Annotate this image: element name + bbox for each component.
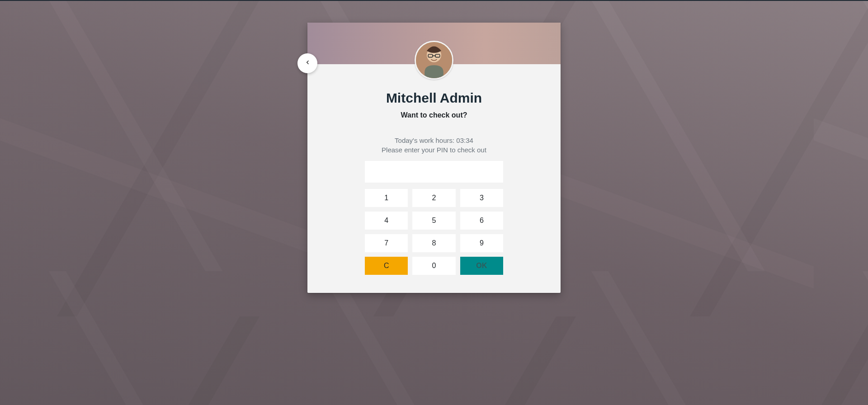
key-2[interactable]: 2 xyxy=(412,189,455,207)
key-9[interactable]: 9 xyxy=(460,234,503,252)
work-hours-line: Today's work hours: 03:34 xyxy=(307,136,561,145)
user-name: Mitchell Admin xyxy=(307,90,561,106)
top-bar xyxy=(0,0,868,1)
key-5[interactable]: 5 xyxy=(412,212,455,230)
key-1[interactable]: 1 xyxy=(365,189,408,207)
key-ok[interactable]: OK xyxy=(460,257,503,275)
kiosk-card-wrap: Mitchell Admin Want to check out? Today'… xyxy=(307,23,561,293)
key-3[interactable]: 3 xyxy=(460,189,503,207)
avatar xyxy=(415,41,453,80)
key-6[interactable]: 6 xyxy=(460,212,503,230)
kiosk-card: Mitchell Admin Want to check out? Today'… xyxy=(307,23,561,293)
key-8[interactable]: 8 xyxy=(412,234,455,252)
key-0[interactable]: 0 xyxy=(412,257,455,275)
avatar-image xyxy=(416,42,452,78)
pin-instruction-line: Please enter your PIN to check out xyxy=(307,145,561,155)
pin-display xyxy=(365,161,503,183)
chevron-left-icon xyxy=(304,57,311,69)
checkout-meta: Today's work hours: 03:34 Please enter y… xyxy=(307,136,561,155)
key-4[interactable]: 4 xyxy=(365,212,408,230)
key-clear[interactable]: C xyxy=(365,257,408,275)
key-7[interactable]: 7 xyxy=(365,234,408,252)
back-button[interactable] xyxy=(297,53,317,73)
keypad: 1 2 3 4 5 6 7 8 9 C 0 OK xyxy=(365,189,503,275)
checkout-subtitle: Want to check out? xyxy=(307,111,561,119)
